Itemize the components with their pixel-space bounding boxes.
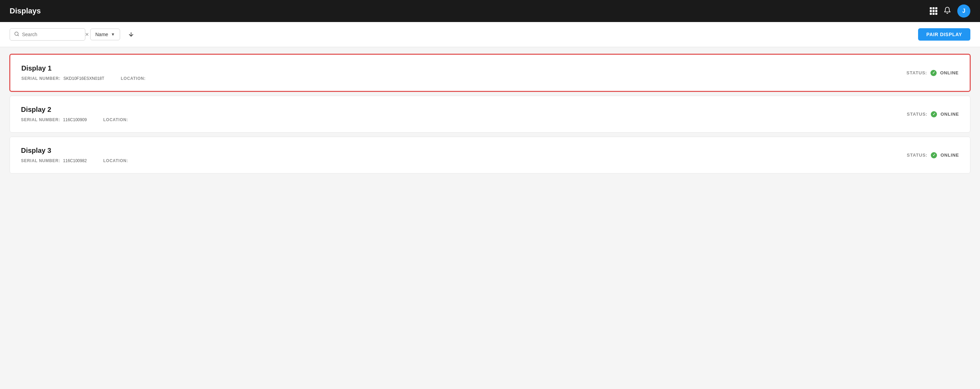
status-value: ONLINE xyxy=(940,153,959,158)
display-meta: SERIAL NUMBER: 116C100909 LOCATION: xyxy=(21,116,129,123)
status-online-icon xyxy=(931,111,937,117)
sort-direction-button[interactable] xyxy=(125,28,137,41)
status-value: ONLINE xyxy=(940,70,959,75)
chevron-down-icon: ▼ xyxy=(111,32,115,37)
display-card-inner: Display 3 SERIAL NUMBER: 116C100982 LOCA… xyxy=(21,147,959,164)
display-card-1[interactable]: Display 1 SERIAL NUMBER: SKD10F16ESXN018… xyxy=(10,54,970,92)
display-card-inner: Display 2 SERIAL NUMBER: 116C100909 LOCA… xyxy=(21,106,959,123)
display-card-right: STATUS: ONLINE xyxy=(907,111,959,117)
location-section: LOCATION: xyxy=(103,157,129,164)
search-box[interactable]: ✕ xyxy=(10,28,85,41)
location-label: LOCATION: xyxy=(103,117,128,122)
status-label: STATUS: xyxy=(906,70,927,75)
grid-icon[interactable] xyxy=(930,7,937,15)
display-card-2[interactable]: Display 2 SERIAL NUMBER: 116C100909 LOCA… xyxy=(10,96,970,132)
location-section: LOCATION: xyxy=(103,116,129,123)
serial-number-label: SERIAL NUMBER: xyxy=(21,117,60,122)
avatar[interactable]: J xyxy=(957,5,970,18)
serial-number-label: SERIAL NUMBER: xyxy=(21,158,60,163)
header-actions: J xyxy=(930,5,970,18)
serial-number-value: SKD10F16ESXN018T xyxy=(63,76,104,81)
location-section: LOCATION: xyxy=(121,75,147,81)
serial-number-label: SERIAL NUMBER: xyxy=(21,76,60,81)
display-name: Display 1 xyxy=(21,64,147,72)
serial-number-value: 116C100982 xyxy=(63,158,87,163)
display-meta: SERIAL NUMBER: SKD10F16ESXN018T LOCATION… xyxy=(21,75,147,81)
display-card-right: STATUS: ONLINE xyxy=(906,70,959,76)
serial-number-value: 116C100909 xyxy=(63,117,87,122)
display-card-left: Display 3 SERIAL NUMBER: 116C100982 LOCA… xyxy=(21,147,129,164)
pair-display-button[interactable]: PAIR DISPLAY xyxy=(918,28,970,41)
location-label: LOCATION: xyxy=(121,76,146,81)
status-value: ONLINE xyxy=(940,112,959,117)
sort-dropdown[interactable]: Name ▼ xyxy=(90,29,120,40)
search-input[interactable] xyxy=(22,32,82,37)
app-header: Displays J xyxy=(0,0,980,22)
display-card-3[interactable]: Display 3 SERIAL NUMBER: 116C100982 LOCA… xyxy=(10,137,970,174)
page-title: Displays xyxy=(10,6,41,16)
serial-number-section: SERIAL NUMBER: 116C100909 xyxy=(21,116,87,123)
status-label: STATUS: xyxy=(907,112,928,117)
svg-line-1 xyxy=(18,35,19,36)
display-card-inner: Display 1 SERIAL NUMBER: SKD10F16ESXN018… xyxy=(21,64,959,81)
display-card-right: STATUS: ONLINE xyxy=(907,152,959,158)
serial-number-section: SERIAL NUMBER: SKD10F16ESXN018T xyxy=(21,75,104,81)
display-meta: SERIAL NUMBER: 116C100982 LOCATION: xyxy=(21,157,129,164)
clear-search-button[interactable]: ✕ xyxy=(85,32,89,37)
location-label: LOCATION: xyxy=(103,158,128,163)
display-name: Display 3 xyxy=(21,147,129,155)
bell-icon[interactable] xyxy=(943,6,951,16)
search-icon xyxy=(14,31,19,38)
display-card-left: Display 1 SERIAL NUMBER: SKD10F16ESXN018… xyxy=(21,64,147,81)
toolbar: ✕ Name ▼ PAIR DISPLAY xyxy=(0,22,980,47)
status-online-icon xyxy=(931,152,937,158)
display-name: Display 2 xyxy=(21,106,129,113)
status-label: STATUS: xyxy=(907,153,928,158)
serial-number-section: SERIAL NUMBER: 116C100982 xyxy=(21,157,87,164)
sort-label: Name xyxy=(95,32,108,37)
displays-list: Display 1 SERIAL NUMBER: SKD10F16ESXN018… xyxy=(0,47,980,185)
status-online-icon xyxy=(931,70,937,76)
display-card-left: Display 2 SERIAL NUMBER: 116C100909 LOCA… xyxy=(21,106,129,123)
